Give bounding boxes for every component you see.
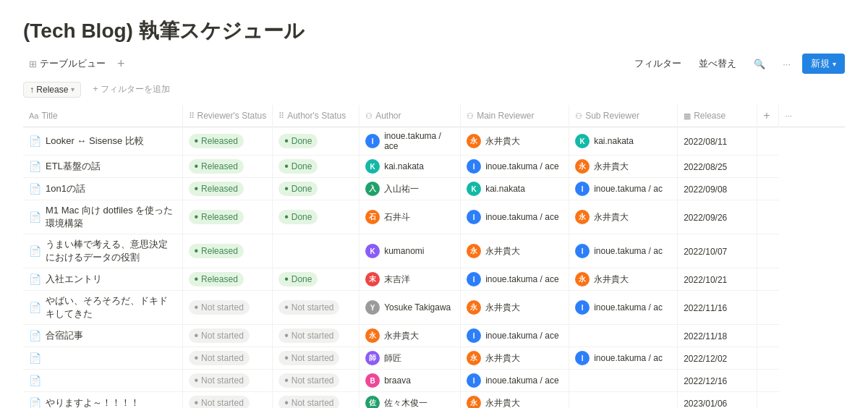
cell-title[interactable]: 📄 合宿記事 bbox=[23, 325, 182, 347]
add-col-icon[interactable]: + bbox=[763, 109, 770, 122]
cell-reviewer-status[interactable]: Released bbox=[182, 178, 273, 200]
cell-release[interactable]: 2022/12/16 bbox=[678, 370, 757, 392]
cell-reviewer-status[interactable]: Not started bbox=[182, 347, 273, 370]
cell-sub-reviewer[interactable] bbox=[569, 392, 678, 409]
cell-sub-reviewer[interactable]: I inoue.takuma / ac bbox=[569, 291, 678, 325]
cell-reviewer-status[interactable]: Not started bbox=[182, 392, 273, 409]
cell-reviewer-status[interactable]: Not started bbox=[182, 291, 273, 325]
cell-main-reviewer[interactable]: 永 永井貴大 bbox=[461, 392, 569, 409]
table-row[interactable]: 📄 やりますよ～！！！！ Not startedNot started 佐 佐々… bbox=[23, 392, 845, 409]
sort-button[interactable]: 並べ替え bbox=[693, 54, 742, 73]
cell-title[interactable]: 📄 M1 Mac 向け dotfiles を使った環境構築 bbox=[23, 200, 182, 234]
release-filter-chip[interactable]: ↑ Release ▾ bbox=[23, 82, 81, 98]
cell-title[interactable]: 📄 うまい棒で考える、意思決定におけるデータの役割 bbox=[23, 234, 182, 268]
cell-reviewer-status[interactable]: Released bbox=[182, 234, 273, 268]
table-row[interactable]: 📄 1on1の話 ReleasedDone 入 入山祐一 K kai.nakat… bbox=[23, 178, 845, 200]
cell-sub-reviewer[interactable] bbox=[569, 325, 678, 347]
cell-author[interactable]: 佐 佐々木俊一 bbox=[359, 392, 461, 409]
cell-release[interactable]: 2022/09/08 bbox=[678, 178, 757, 200]
cell-main-reviewer[interactable]: I inoue.takuma / ace bbox=[461, 200, 569, 234]
cell-author[interactable]: Y Yosuke Takigawa bbox=[359, 291, 461, 325]
cell-author-status[interactable]: Done bbox=[273, 178, 359, 200]
cell-release[interactable]: 2022/10/07 bbox=[678, 234, 757, 268]
cell-author[interactable]: K kai.nakata bbox=[359, 156, 461, 178]
cell-title[interactable]: 📄 入社エントリ bbox=[23, 268, 182, 291]
cell-author[interactable]: I inoue.takuma / ace bbox=[359, 127, 461, 156]
cell-author-status[interactable]: Not started bbox=[273, 347, 359, 370]
cell-main-reviewer[interactable]: I inoue.takuma / ace bbox=[461, 156, 569, 178]
cell-sub-reviewer[interactable]: 永 永井貴大 bbox=[569, 268, 678, 291]
more-cols-icon[interactable]: ··· bbox=[785, 111, 792, 121]
cell-reviewer-status[interactable]: Released bbox=[182, 156, 273, 178]
cell-title[interactable]: 📄 1on1の話 bbox=[23, 178, 182, 200]
col-header-title[interactable]: AaTitle bbox=[23, 105, 182, 127]
cell-author[interactable]: 永 永井貴大 bbox=[359, 325, 461, 347]
search-button[interactable]: 🔍 bbox=[748, 56, 771, 72]
cell-main-reviewer[interactable]: 永 永井貴大 bbox=[461, 127, 569, 156]
table-row[interactable]: 📄 うまい棒で考える、意思決定におけるデータの役割 Released K kum… bbox=[23, 234, 845, 268]
col-header-more[interactable]: ··· bbox=[779, 105, 845, 127]
cell-title[interactable]: 📄 bbox=[23, 347, 182, 370]
cell-main-reviewer[interactable]: 永 永井貴大 bbox=[461, 234, 569, 268]
cell-author-status[interactable]: Done bbox=[273, 200, 359, 234]
cell-reviewer-status[interactable]: Released bbox=[182, 268, 273, 291]
cell-release[interactable]: 2022/09/26 bbox=[678, 200, 757, 234]
cell-main-reviewer[interactable]: 永 永井貴大 bbox=[461, 291, 569, 325]
table-row[interactable]: 📄 Looker ↔ Sisense 比較 ReleasedDone I ino… bbox=[23, 127, 845, 156]
cell-reviewer-status[interactable]: Released bbox=[182, 127, 273, 156]
cell-author-status[interactable]: Done bbox=[273, 268, 359, 291]
col-header-reviewer-status[interactable]: ⠿Reviewer's Status bbox=[182, 105, 273, 127]
col-header-add[interactable]: + bbox=[757, 105, 779, 127]
cell-author[interactable]: K kumanomi bbox=[359, 234, 461, 268]
col-header-author[interactable]: ⚇Author bbox=[359, 105, 461, 127]
cell-title[interactable]: 📄 bbox=[23, 370, 182, 392]
cell-author[interactable]: 師 師匠 bbox=[359, 347, 461, 370]
cell-main-reviewer[interactable]: I inoue.takuma / ace bbox=[461, 268, 569, 291]
cell-author-status[interactable]: Not started bbox=[273, 325, 359, 347]
col-header-main-reviewer[interactable]: ⚇Main Reviewer bbox=[461, 105, 569, 127]
cell-reviewer-status[interactable]: Not started bbox=[182, 370, 273, 392]
table-row[interactable]: 📄 M1 Mac 向け dotfiles を使った環境構築 ReleasedDo… bbox=[23, 200, 845, 234]
cell-sub-reviewer[interactable]: 永 永井貴大 bbox=[569, 156, 678, 178]
cell-author[interactable]: 石 石井斗 bbox=[359, 200, 461, 234]
cell-author-status[interactable]: Not started bbox=[273, 392, 359, 409]
cell-author[interactable]: B braava bbox=[359, 370, 461, 392]
cell-release[interactable]: 2022/08/11 bbox=[678, 127, 757, 156]
cell-author-status[interactable]: Done bbox=[273, 127, 359, 156]
table-row[interactable]: 📄 入社エントリ ReleasedDone 末 末吉洋 I inoue.taku… bbox=[23, 268, 845, 291]
cell-author-status[interactable]: Done bbox=[273, 156, 359, 178]
col-header-sub-reviewer[interactable]: ⚇Sub Reviewer bbox=[569, 105, 678, 127]
cell-reviewer-status[interactable]: Released bbox=[182, 200, 273, 234]
cell-main-reviewer[interactable]: I inoue.takuma / ace bbox=[461, 370, 569, 392]
cell-release[interactable]: 2022/08/25 bbox=[678, 156, 757, 178]
cell-main-reviewer[interactable]: 永 永井貴大 bbox=[461, 347, 569, 370]
cell-author-status[interactable] bbox=[273, 234, 359, 268]
table-row[interactable]: 📄 Not startedNot started B braava I inou… bbox=[23, 370, 845, 392]
cell-author-status[interactable]: Not started bbox=[273, 291, 359, 325]
cell-title[interactable]: 📄 Looker ↔ Sisense 比較 bbox=[23, 127, 182, 156]
cell-sub-reviewer[interactable]: K kai.nakata bbox=[569, 127, 678, 156]
new-record-button[interactable]: 新規 ▾ bbox=[802, 54, 845, 74]
table-row[interactable]: 📄 合宿記事 Not startedNot started 永 永井貴大 I i… bbox=[23, 325, 845, 347]
cell-title[interactable]: 📄 やりますよ～！！！！ bbox=[23, 392, 182, 409]
add-filter-button[interactable]: + フィルターを追加 bbox=[87, 81, 175, 98]
cell-main-reviewer[interactable]: K kai.nakata bbox=[461, 178, 569, 200]
cell-release[interactable]: 2023/01/06 bbox=[678, 392, 757, 409]
table-row[interactable]: 📄 ETL基盤の話 ReleasedDone K kai.nakata I in… bbox=[23, 156, 845, 178]
cell-release[interactable]: 2022/11/16 bbox=[678, 291, 757, 325]
cell-reviewer-status[interactable]: Not started bbox=[182, 325, 273, 347]
table-row[interactable]: 📄 やばい、そろそろだ、ドキドキしてきた Not startedNot star… bbox=[23, 291, 845, 325]
cell-release[interactable]: 2022/10/21 bbox=[678, 268, 757, 291]
cell-sub-reviewer[interactable]: I inoue.takuma / ac bbox=[569, 347, 678, 370]
cell-sub-reviewer[interactable] bbox=[569, 370, 678, 392]
cell-main-reviewer[interactable]: I inoue.takuma / ace bbox=[461, 325, 569, 347]
add-view-button[interactable]: + bbox=[117, 56, 125, 72]
more-options-button[interactable]: ··· bbox=[777, 56, 796, 72]
cell-sub-reviewer[interactable]: 永 永井貴大 bbox=[569, 200, 678, 234]
cell-sub-reviewer[interactable]: I inoue.takuma / ac bbox=[569, 178, 678, 200]
table-view-tab[interactable]: ⊞ テーブルビュー bbox=[23, 54, 111, 73]
cell-release[interactable]: 2022/12/02 bbox=[678, 347, 757, 370]
cell-author[interactable]: 入 入山祐一 bbox=[359, 178, 461, 200]
col-header-release[interactable]: ▦Release bbox=[678, 105, 757, 127]
cell-release[interactable]: 2022/11/18 bbox=[678, 325, 757, 347]
